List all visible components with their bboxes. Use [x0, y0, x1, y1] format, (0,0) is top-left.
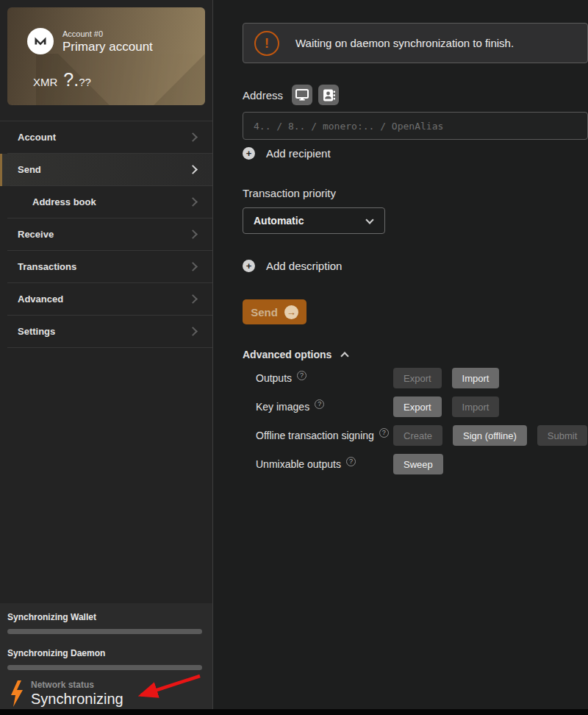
balance-currency: XMR [33, 76, 57, 88]
banner-message: Waiting on daemon synchronization to fin… [295, 37, 514, 49]
offline-submit-button[interactable]: Submit [537, 425, 587, 446]
sync-status-panel: Synchronizing Wallet Synchronizing Daemo… [0, 603, 212, 709]
help-icon[interactable]: ? [297, 371, 306, 380]
address-label: Address [243, 89, 283, 102]
offline-sign-button[interactable]: Sign (offline) [453, 425, 527, 446]
daemon-sync-banner: ! Waiting on daemon synchronization to f… [243, 23, 588, 63]
monitor-icon [295, 89, 309, 101]
address-input[interactable] [243, 112, 588, 140]
key-images-import-button[interactable]: Import [452, 396, 500, 417]
key-images-export-button[interactable]: Export [393, 396, 442, 417]
sidebar-item-label: Send [18, 164, 41, 175]
network-status-value: Synchronizing [31, 691, 123, 708]
balance-display: XMR ?. ?? [33, 69, 91, 90]
sidebar-item-label: Settings [18, 326, 55, 337]
add-recipient-label: Add recipient [266, 147, 331, 160]
add-recipient-button[interactable]: + Add recipient [243, 146, 331, 160]
chevron-down-icon [365, 216, 373, 224]
lightning-icon [9, 680, 25, 707]
sidebar-item-account[interactable]: Account [0, 121, 212, 154]
resolve-address-button[interactable] [292, 85, 312, 105]
account-card-header: Account #0 Primary account [27, 28, 153, 54]
sidebar-item-label: Transactions [18, 261, 76, 272]
advanced-options-panel: Outputs ? Export Import Key images ? Exp… [243, 368, 588, 483]
priority-label: Transaction priority [243, 187, 588, 199]
monero-logo-icon [27, 28, 54, 54]
sidebar-menu: Account Send Address book Receive Transa… [0, 121, 212, 348]
chevron-up-icon [341, 352, 349, 360]
account-card[interactable]: Account #0 Primary account XMR ?. ?? [7, 7, 205, 105]
balance-fraction: ?? [79, 76, 91, 88]
balance-integer: ?. [63, 69, 79, 90]
offline-signing-row: Offline transaction signing ? Create Sig… [243, 425, 588, 454]
wallet-sync-progress-bar [7, 629, 202, 634]
bottom-strip [0, 709, 588, 715]
sidebar-item-label: Address book [32, 196, 96, 207]
network-status-row[interactable]: Network status Synchronizing [9, 680, 212, 708]
sidebar-item-receive[interactable]: Receive [0, 218, 212, 251]
send-button-label: Send [251, 306, 278, 319]
help-icon[interactable]: ? [346, 457, 356, 466]
chevron-right-icon [188, 165, 198, 174]
warning-icon: ! [254, 31, 279, 56]
plus-icon: + [243, 260, 255, 272]
address-field-row: Address [243, 85, 588, 105]
chevron-right-icon [188, 327, 198, 336]
sidebar-item-label: Account [18, 132, 56, 143]
sweep-button[interactable]: Sweep [393, 454, 443, 474]
monero-watermark-icon [36, 10, 205, 105]
sidebar-item-send[interactable]: Send [0, 154, 212, 186]
account-name: Primary account [62, 40, 153, 54]
daemon-sync-label: Synchronizing Daemon [7, 648, 212, 658]
key-images-row: Key images ? Export Import [243, 396, 588, 425]
chevron-right-icon [188, 262, 198, 271]
priority-dropdown[interactable]: Automatic [243, 207, 385, 234]
account-index: Account #0 [62, 29, 153, 38]
unmixable-outputs-row: Unmixable outputs ? Sweep [243, 454, 588, 483]
advanced-options-toggle[interactable]: Advanced options [243, 348, 348, 361]
daemon-sync-progress-bar [7, 665, 202, 670]
chevron-right-icon [188, 230, 198, 239]
add-description-label: Add description [266, 260, 342, 272]
sidebar-item-transactions[interactable]: Transactions [0, 251, 212, 283]
send-page: ! Waiting on daemon synchronization to f… [214, 0, 588, 709]
sidebar-item-advanced[interactable]: Advanced [0, 283, 212, 316]
network-status-texts: Network status Synchronizing [31, 680, 123, 708]
wallet-sync-label: Synchronizing Wallet [7, 612, 212, 622]
plus-icon: + [243, 147, 255, 160]
advanced-options-label: Advanced options [243, 349, 331, 360]
outputs-row: Outputs ? Export Import [243, 368, 588, 396]
help-icon[interactable]: ? [315, 399, 324, 409]
sidebar: Account #0 Primary account XMR ?. ?? Acc… [0, 0, 213, 709]
sidebar-item-label: Receive [18, 229, 54, 240]
outputs-import-button[interactable]: Import [452, 368, 500, 388]
sidebar-item-label: Advanced [18, 294, 63, 305]
chevron-right-icon [188, 294, 198, 304]
help-icon[interactable]: ? [379, 428, 389, 438]
sidebar-item-settings[interactable]: Settings [0, 316, 212, 348]
outputs-export-button[interactable]: Export [393, 368, 442, 388]
network-status-label: Network status [31, 680, 123, 690]
arrow-right-icon: → [284, 305, 298, 319]
address-book-button[interactable] [318, 85, 339, 105]
monero-wallet-window: Account #0 Primary account XMR ?. ?? Acc… [0, 0, 588, 715]
chevron-right-icon [188, 132, 198, 142]
send-button[interactable]: Send → [243, 299, 306, 324]
address-book-icon [323, 89, 335, 102]
priority-selected-value: Automatic [254, 215, 304, 227]
chevron-right-icon [188, 197, 198, 207]
offline-create-button[interactable]: Create [393, 425, 442, 446]
add-description-button[interactable]: + Add description [243, 259, 342, 272]
account-card-titles: Account #0 Primary account [62, 28, 153, 54]
sidebar-item-address-book[interactable]: Address book [0, 186, 212, 218]
